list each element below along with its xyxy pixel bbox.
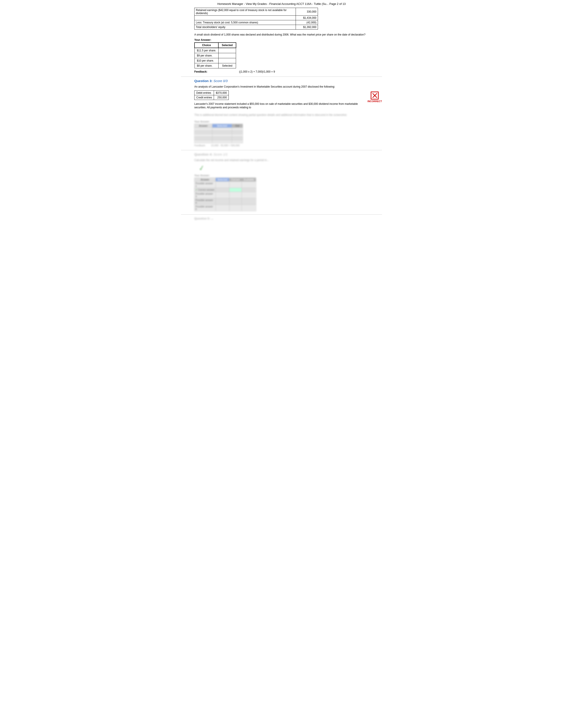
answer-table: Choice Selected $11.5 per share. $9 per …	[194, 42, 236, 68]
your-answer-label: Your Answer:	[194, 38, 382, 41]
section-divider-2	[181, 150, 382, 150]
answer-row-4: $8 per share. Selected	[194, 63, 236, 68]
financial-table: Retained earnings ($42,000 equal to cost…	[194, 8, 318, 30]
section-divider-3	[181, 214, 382, 215]
choice-4: $8 per share.	[194, 63, 218, 68]
lancaster-amount-2: 250,000	[214, 95, 229, 100]
answer-row-3: $10 per share.	[194, 58, 236, 63]
question4-content: Calculate the net income and retained ea…	[194, 158, 382, 211]
fin-row-amount-4: $1,392,000	[296, 25, 318, 30]
incorrect-x-icon	[371, 92, 379, 99]
selected-4: Selected	[218, 63, 236, 68]
feedback-label: Feedback:	[194, 70, 207, 73]
question3-income-text: Lancaster's 2007 income statement includ…	[194, 102, 363, 110]
question4-header: Question 4: Score 1/1	[194, 152, 382, 156]
lancaster-label-2: Credit entries	[194, 95, 214, 100]
page-title: Homework Manager - View My Grades - Fina…	[181, 2, 382, 6]
question3-text: An analysis of Lancaster Corporation's I…	[194, 85, 363, 89]
table-row: Total stockholders' equity $1,392,000	[194, 25, 318, 30]
lancaster-amount-1: $370,000	[214, 90, 229, 95]
choice-2: $9 per share.	[194, 53, 218, 58]
selected-3	[218, 58, 236, 63]
table-row: Less: Treasury stock (at cost: 5,500 com…	[194, 20, 318, 25]
table-row: Retained earnings ($42,000 equal to cost…	[194, 8, 318, 16]
col-selected: Selected	[218, 43, 236, 48]
question5-blurred: Question 5: ...	[194, 217, 382, 220]
lancaster-row-2: Credit entries 250,000	[194, 95, 229, 100]
answer-row-1: $11.5 per share.	[194, 48, 236, 53]
lancaster-row-1: Debit entries $370,000	[194, 90, 229, 95]
col-choice: Choice	[194, 43, 218, 48]
lancaster-table: Debit entries $370,000 Credit entries 25…	[194, 90, 229, 100]
selected-1	[218, 48, 236, 53]
incorrect-badge: INCORRECT	[368, 92, 382, 103]
question3-header: Question 3: Score 0/3	[194, 79, 382, 83]
question3-num: Question 3:	[194, 79, 212, 83]
question2-text: A small stock dividend of 1,000 shares w…	[194, 33, 382, 37]
fin-row-amount-2: $1,434,000	[296, 16, 318, 20]
lancaster-label-1: Debit entries	[194, 90, 214, 95]
fin-row-amount-1: 330,000	[296, 8, 318, 16]
choice-3: $10 per share.	[194, 58, 218, 63]
question4-text: Calculate the net income and retained ea…	[194, 158, 382, 162]
question4-num: Question 4:	[194, 152, 212, 156]
selected-2	[218, 53, 236, 58]
feedback-text: ((1,000 x 2) + 7,000)/1,000 = 9	[239, 70, 275, 73]
blurred-q3-content: This is additional blurred text content …	[194, 113, 382, 147]
fin-row-label-2	[194, 16, 296, 20]
fin-row-amount-3: (42,000)	[296, 20, 318, 25]
choice-1: $11.5 per share.	[194, 48, 218, 53]
fin-row-label-1: Retained earnings ($42,000 equal to cost…	[194, 8, 296, 16]
correct-checkmark-icon: ✓	[198, 163, 205, 173]
table-row: $1,434,000	[194, 16, 318, 20]
q4-your-answer: Your Answer:	[194, 174, 382, 177]
question3-score: Score 0/3	[213, 79, 227, 83]
feedback-row: Feedback: ((1,000 x 2) + 7,000)/1,000 = …	[194, 70, 382, 73]
question4-score: Score 1/1	[213, 152, 227, 156]
fin-row-label-4: Total stockholders' equity	[194, 25, 296, 30]
fin-row-label-3: Less: Treasury stock (at cost: 5,500 com…	[194, 20, 296, 25]
incorrect-label: INCORRECT	[368, 100, 382, 103]
answer-row-2: $9 per share.	[194, 53, 236, 58]
